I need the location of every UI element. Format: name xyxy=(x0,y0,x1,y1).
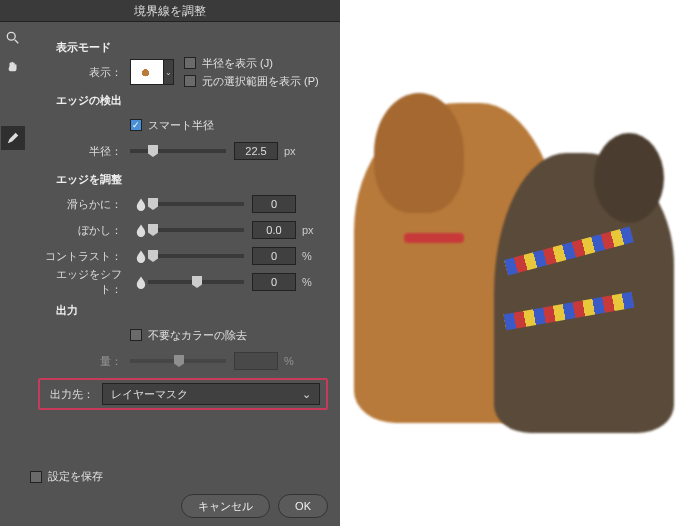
refine-edge-panel: 境界線を調整 表示モード 表示： ⌄ 半径を表示 (J) xyxy=(0,0,340,526)
dialog-title: 境界線を調整 xyxy=(0,0,340,22)
refine-brush-tool-icon[interactable] xyxy=(1,126,25,150)
save-settings-label: 設定を保存 xyxy=(48,469,103,484)
svg-line-1 xyxy=(15,40,19,44)
show-original-checkbox[interactable] xyxy=(184,75,196,87)
radius-slider[interactable] xyxy=(130,149,226,153)
output-to-value: レイヤーマスク xyxy=(111,387,188,402)
feather-label: ぼかし： xyxy=(38,223,130,238)
radius-input[interactable] xyxy=(234,142,278,160)
section-edge-adjust: エッジを調整 xyxy=(56,172,328,187)
shift-label: エッジをシフト： xyxy=(38,267,130,297)
view-dropdown-icon[interactable]: ⌄ xyxy=(164,59,174,85)
drop-icon xyxy=(134,249,148,263)
output-to-highlight: 出力先： レイヤーマスク ⌄ xyxy=(38,378,328,410)
amount-label: 量： xyxy=(38,354,130,369)
smooth-label: 滑らかに： xyxy=(38,197,130,212)
decontaminate-label: 不要なカラーの除去 xyxy=(148,328,247,343)
decontaminate-checkbox[interactable] xyxy=(130,329,142,341)
show-radius-label: 半径を表示 (J) xyxy=(202,56,273,71)
output-to-label: 出力先： xyxy=(46,387,102,402)
preview-canvas xyxy=(340,0,688,526)
amount-input xyxy=(234,352,278,370)
feather-unit: px xyxy=(302,224,318,236)
preview-image xyxy=(354,73,674,453)
contrast-unit: % xyxy=(302,250,318,262)
hand-tool-icon[interactable] xyxy=(1,54,25,78)
radius-unit: px xyxy=(284,145,300,157)
amount-slider xyxy=(130,359,226,363)
panel-content: 表示モード 表示： ⌄ 半径を表示 (J) 元の選択範囲を表示 (P) エッジの… xyxy=(26,22,340,424)
show-label: 表示： xyxy=(38,65,130,80)
svg-point-0 xyxy=(7,32,15,40)
drop-icon xyxy=(134,223,148,237)
shift-input[interactable] xyxy=(252,273,296,291)
show-original-label: 元の選択範囲を表示 (P) xyxy=(202,74,319,89)
contrast-slider[interactable] xyxy=(148,254,244,258)
section-edge-detect: エッジの検出 xyxy=(56,93,328,108)
contrast-input[interactable] xyxy=(252,247,296,265)
tool-sidebar xyxy=(0,22,26,526)
smooth-input[interactable] xyxy=(252,195,296,213)
smart-radius-label: スマート半径 xyxy=(148,118,214,133)
drop-icon xyxy=(134,275,148,289)
feather-input[interactable] xyxy=(252,221,296,239)
radius-label: 半径： xyxy=(38,144,130,159)
chevron-down-icon: ⌄ xyxy=(302,388,311,401)
drop-icon xyxy=(134,197,148,211)
feather-slider[interactable] xyxy=(148,228,244,232)
cancel-button[interactable]: キャンセル xyxy=(181,494,270,518)
view-thumbnail[interactable] xyxy=(130,59,164,85)
smart-radius-checkbox[interactable] xyxy=(130,119,142,131)
save-settings-checkbox[interactable] xyxy=(30,471,42,483)
output-to-select[interactable]: レイヤーマスク ⌄ xyxy=(102,383,320,405)
contrast-label: コントラスト： xyxy=(38,249,130,264)
ok-button[interactable]: OK xyxy=(278,494,328,518)
smooth-slider[interactable] xyxy=(148,202,244,206)
shift-unit: % xyxy=(302,276,318,288)
shift-slider[interactable] xyxy=(148,280,244,284)
show-radius-checkbox[interactable] xyxy=(184,57,196,69)
zoom-tool-icon[interactable] xyxy=(1,26,25,50)
section-output: 出力 xyxy=(56,303,328,318)
